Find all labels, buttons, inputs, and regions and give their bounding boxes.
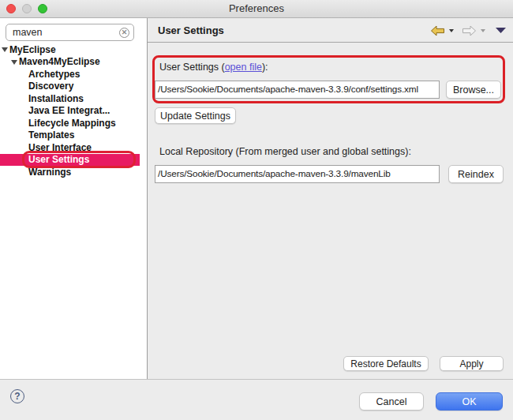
tree-item-java-ee-integrat[interactable]: Java EE Integrat... — [0, 105, 140, 118]
tree-item-templates[interactable]: Templates — [0, 129, 140, 142]
window-title: Preferences — [0, 0, 513, 17]
update-settings-button[interactable]: Update Settings — [155, 107, 236, 124]
user-settings-path-field[interactable]: /Users/Sookie/Documents/apache-maven-3.3… — [155, 81, 440, 99]
tree-item-user-interface[interactable]: User Interface — [0, 141, 140, 154]
tree-item-label: Maven4MyEclipse — [19, 56, 100, 67]
tree-item-myeclipse[interactable]: MyEclipse — [0, 43, 140, 56]
tree-item-label: MyEclipse — [9, 44, 56, 55]
label-suffix: ): — [262, 62, 268, 73]
back-icon[interactable] — [430, 25, 445, 36]
reindex-button[interactable]: Reindex — [448, 165, 504, 183]
tree-item-maven4myeclipse[interactable]: Maven4MyEclipse — [0, 56, 140, 69]
expand-triangle-icon[interactable] — [2, 47, 8, 52]
clear-search-icon[interactable]: ✕ — [119, 28, 129, 38]
ok-button[interactable]: OK — [436, 392, 503, 411]
content-header: User Settings — [148, 18, 513, 43]
settings-tree: MyEclipseMaven4MyEclipseArchetypesDiscov… — [0, 43, 147, 178]
label-prefix: User Settings ( — [159, 62, 225, 73]
tree-item-archetypes[interactable]: Archetypes — [0, 68, 140, 81]
tree-item-label: Installations — [28, 93, 84, 104]
user-settings-label: User Settings (open file): — [159, 62, 268, 73]
tree-item-user-settings[interactable]: User Settings — [0, 154, 140, 167]
expand-triangle-icon[interactable] — [11, 60, 17, 65]
footer-bar: ? Cancel OK — [0, 379, 513, 420]
cancel-button[interactable]: Cancel — [359, 392, 424, 411]
tree-item-label: Lifecycle Mappings — [28, 118, 116, 129]
tree-item-warnings[interactable]: Warnings — [0, 166, 140, 178]
sidebar: ✕ MyEclipseMaven4MyEclipseArchetypesDisc… — [0, 18, 148, 379]
apply-button[interactable]: Apply — [440, 356, 504, 371]
title-bar: Preferences — [0, 0, 513, 18]
tree-item-label: Discovery — [28, 81, 73, 92]
search-input[interactable] — [13, 25, 115, 39]
browse-button[interactable]: Browse... — [446, 81, 501, 99]
open-file-link[interactable]: open file — [225, 62, 262, 73]
tree-item-discovery[interactable]: Discovery — [0, 81, 140, 93]
forward-dropdown-icon[interactable] — [481, 29, 485, 32]
view-menu-icon[interactable] — [495, 27, 507, 34]
tree-item-installations[interactable]: Installations — [0, 92, 140, 105]
filter-search-box[interactable]: ✕ — [6, 24, 134, 41]
tree-item-label: User Settings — [28, 154, 89, 165]
page-title: User Settings — [158, 18, 224, 43]
tree-item-label: User Interface — [28, 142, 92, 153]
restore-defaults-button[interactable]: Restore Defaults — [343, 356, 429, 371]
local-repository-path-field[interactable]: /Users/Sookie/Documents/apache-maven-3.3… — [155, 165, 440, 183]
tree-item-lifecycle-mappings[interactable]: Lifecycle Mappings — [0, 117, 140, 129]
tree-item-label: Java EE Integrat... — [28, 105, 110, 116]
tree-item-label: Warnings — [28, 167, 71, 178]
history-navigation — [430, 18, 507, 43]
tree-item-label: Archetypes — [28, 69, 80, 80]
tree-item-label: Templates — [28, 129, 74, 141]
help-button[interactable]: ? — [10, 389, 24, 403]
content-panel: User Settings User Settings (open file):… — [148, 18, 513, 379]
back-dropdown-icon[interactable] — [449, 29, 454, 32]
preferences-window: Preferences ✕ MyEclipseMaven4MyEclipseAr… — [0, 0, 513, 420]
forward-icon[interactable] — [462, 25, 477, 36]
local-repository-label: Local Repository (From merged user and g… — [159, 146, 411, 157]
